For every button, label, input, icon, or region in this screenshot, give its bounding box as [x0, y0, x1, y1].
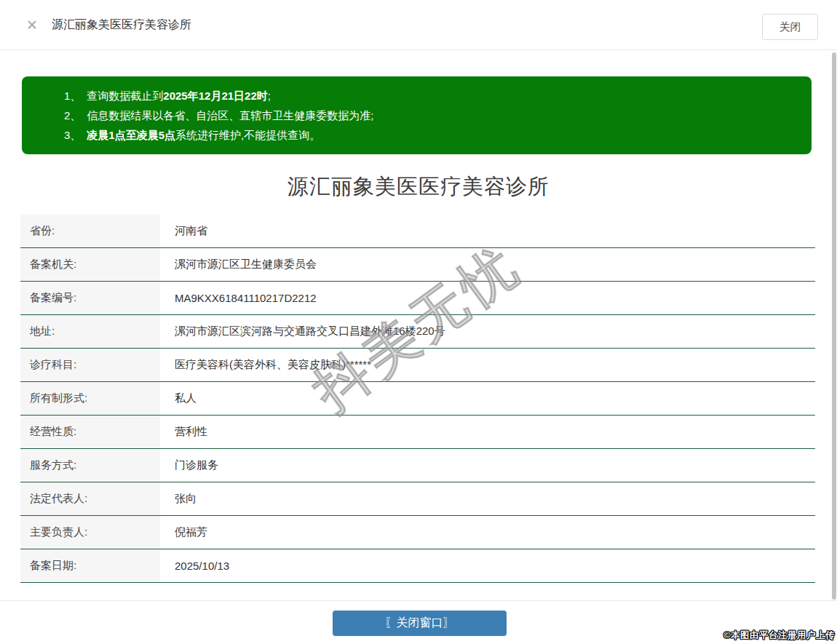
row-value: 营利性 [160, 416, 815, 448]
row-label: 经营性质: [20, 416, 160, 448]
row-label: 主要负责人: [20, 516, 160, 549]
notice-item-number: 2、 [64, 106, 81, 125]
notice-text-segment: 凌晨1点至凌晨5点 [87, 129, 175, 141]
notice-item-number: 1、 [64, 86, 81, 106]
row-value: 医疗美容科(美容外科、美容皮肤科)****** [160, 349, 815, 381]
notice-item-number: 3、 [64, 125, 81, 145]
notice-text-segment: ; [268, 90, 271, 102]
row-label: 法定代表人: [20, 482, 160, 515]
row-value: MA9KXX61841110217D2212 [160, 282, 815, 314]
row-value: 私人 [160, 382, 815, 415]
row-label: 备案机关: [20, 248, 160, 281]
info-table: 省份: 河南省 备案机关: 漯河市源汇区卫生健康委员会 备案编号: MA9KXX… [20, 215, 815, 583]
row-label: 所有制形式: [20, 382, 160, 415]
footer-divider [0, 600, 837, 601]
clinic-title: 源汇丽象美医医疗美容诊所 [0, 172, 837, 202]
notice-item-text: 信息数据结果以各省、自治区、直辖市卫生健康委数据为准; [87, 106, 373, 125]
row-value: 漯河市源汇区滨河路与交通路交叉口昌建外滩16楼220号 [160, 315, 815, 348]
notice-text-segment: 系统进行维护,不能提供查询。 [175, 129, 320, 141]
row-value: 门诊服务 [160, 449, 815, 482]
row-label: 备案编号: [20, 282, 160, 314]
table-row: 所有制形式: 私人 [20, 382, 815, 416]
row-value: 2025/10/13 [160, 549, 815, 582]
row-value: 漯河市源汇区卫生健康委员会 [160, 248, 815, 281]
table-row: 备案编号: MA9KXX61841110217D2212 [20, 282, 815, 315]
row-value: 倪福芳 [160, 516, 815, 549]
table-row: 备案日期: 2025/10/13 [20, 549, 815, 583]
header: ✕ 源汇丽象美医医疗美容诊所 关闭 [0, 0, 837, 50]
table-row: 主要负责人: 倪福芳 [20, 516, 815, 549]
notice-text-segment: 查询数据截止到 [87, 90, 163, 102]
notice-text-segment: 信息数据结果以各省、自治区、直辖市卫生健康委数据为准; [87, 109, 373, 122]
scrollbar-thumb[interactable] [832, 52, 836, 600]
notice-item: 1、 查询数据截止到2025年12月21日22时; [64, 86, 794, 106]
row-label: 地址: [20, 315, 160, 348]
table-row: 省份: 河南省 [20, 215, 815, 248]
row-label: 备案日期: [20, 549, 160, 582]
row-label: 服务方式: [20, 449, 160, 482]
notice-item-text: 凌晨1点至凌晨5点系统进行维护,不能提供查询。 [87, 125, 320, 145]
row-label: 省份: [20, 215, 160, 247]
row-label: 诊疗科目: [20, 349, 160, 381]
notice-item: 3、 凌晨1点至凌晨5点系统进行维护,不能提供查询。 [64, 125, 794, 145]
row-value: 河南省 [160, 215, 815, 247]
table-row: 经营性质: 营利性 [20, 416, 815, 449]
notice-text-segment: 2025年12月21日22时 [163, 90, 267, 102]
row-value: 张向 [160, 482, 815, 515]
table-row: 备案机关: 漯河市源汇区卫生健康委员会 [20, 248, 815, 282]
page-title: 源汇丽象美医医疗美容诊所 [52, 17, 191, 33]
notice-box: 1、 查询数据截止到2025年12月21日22时; 2、 信息数据结果以各省、自… [22, 76, 812, 154]
close-icon[interactable]: ✕ [26, 18, 38, 32]
attribution-text: ©本图由平台注册用户上传 [723, 629, 835, 642]
notice-list: 1、 查询数据截止到2025年12月21日22时; 2、 信息数据结果以各省、自… [64, 86, 794, 145]
table-row: 法定代表人: 张向 [20, 482, 815, 516]
table-row: 诊疗科目: 医疗美容科(美容外科、美容皮肤科)****** [20, 349, 815, 382]
close-button[interactable]: 关闭 [762, 14, 818, 40]
notice-item: 2、 信息数据结果以各省、自治区、直辖市卫生健康委数据为准; [64, 106, 794, 125]
table-row: 地址: 漯河市源汇区滨河路与交通路交叉口昌建外滩16楼220号 [20, 315, 815, 349]
notice-item-text: 查询数据截止到2025年12月21日22时; [87, 86, 271, 106]
close-window-button[interactable]: 〖关闭窗口〗 [333, 611, 507, 636]
table-row: 服务方式: 门诊服务 [20, 449, 815, 482]
